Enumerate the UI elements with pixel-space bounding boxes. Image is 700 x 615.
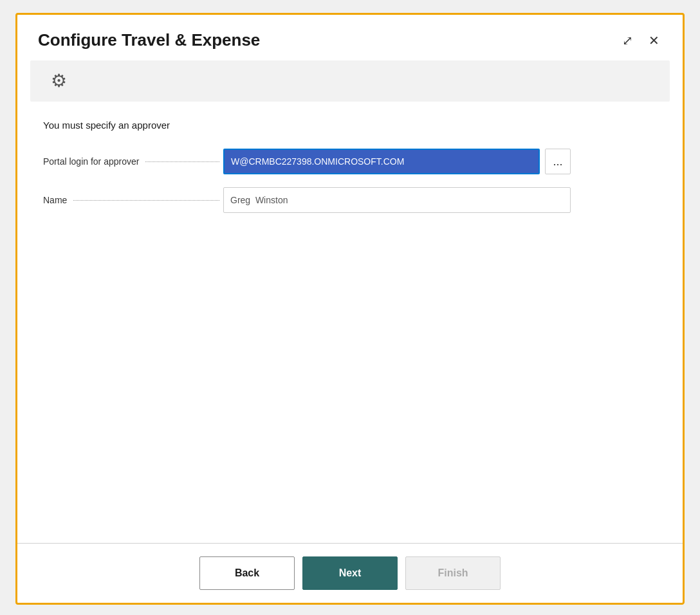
portal-login-row: Portal login for approver ...	[43, 149, 657, 174]
back-button[interactable]: Back	[199, 556, 295, 590]
portal-login-lookup-button[interactable]: ...	[545, 149, 571, 174]
next-button[interactable]: Next	[302, 556, 398, 590]
portal-login-label: Portal login for approver	[43, 156, 223, 167]
dialog-container: Configure Travel & Expense ⤢ ✕ ⚙ You mus…	[15, 13, 685, 605]
gear-icon: ⚙	[51, 72, 67, 90]
close-icon: ✕	[649, 33, 659, 48]
close-button[interactable]: ✕	[646, 32, 662, 50]
name-label: Name	[43, 195, 223, 205]
validation-message: You must specify an approver	[43, 120, 657, 131]
dotted-leader-1	[145, 161, 219, 162]
portal-login-input[interactable]	[223, 149, 540, 174]
gear-banner: ⚙	[30, 60, 670, 102]
header-icons: ⤢ ✕	[620, 32, 662, 50]
portal-login-field-group: ...	[223, 149, 571, 174]
dialog-title: Configure Travel & Expense	[38, 30, 260, 50]
name-row: Name	[43, 187, 657, 213]
dialog-footer: Back Next Finish	[17, 543, 683, 603]
dotted-leader-2	[73, 200, 219, 201]
dialog-header: Configure Travel & Expense ⤢ ✕	[17, 15, 683, 60]
content-spacer	[43, 226, 657, 525]
expand-button[interactable]: ⤢	[620, 32, 636, 50]
name-input[interactable]	[223, 187, 571, 213]
expand-icon: ⤢	[622, 33, 633, 48]
name-field-group	[223, 187, 571, 213]
ellipsis-icon: ...	[553, 155, 562, 169]
finish-button: Finish	[405, 556, 501, 590]
dialog-content: You must specify an approver Portal logi…	[17, 102, 683, 543]
